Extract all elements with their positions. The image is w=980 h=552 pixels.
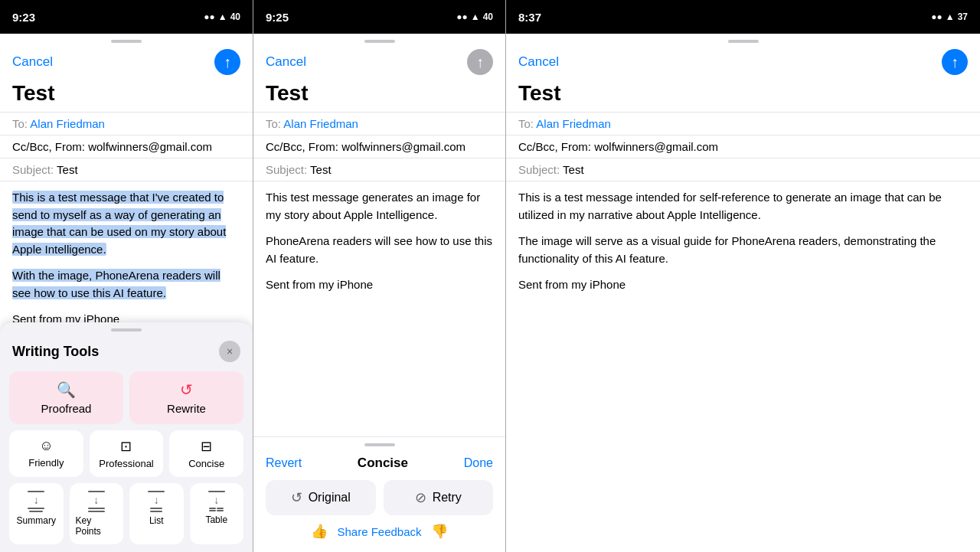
table-button[interactable]: ↓ Table (190, 483, 244, 544)
professional-label: Professional (99, 458, 154, 469)
list-icon: ↓ (148, 491, 165, 512)
time-3: 8:37 (518, 11, 541, 24)
tools-grid-large: 🔍 Proofread ↺ Rewrite (0, 365, 253, 430)
email-container-3: Cancel Test To: Alan Friedman Cc/Bcc, Fr… (506, 34, 980, 552)
proofread-label: Proofread (41, 402, 92, 415)
rewrite-label: Rewrite (167, 402, 206, 415)
status-icons-2: ●● ▲ 40 (456, 11, 493, 22)
screenshot-container: 9:23 ●● ▲ 40 Cancel Test To: Alan Friedm… (0, 0, 980, 552)
body-para-2-3: Sent from my iPhone (266, 276, 493, 294)
to-label-2: To: (266, 117, 281, 130)
subject-value-1[interactable]: Test (57, 163, 78, 176)
close-writing-tools-button[interactable]: × (219, 341, 240, 362)
send-button-3[interactable] (942, 49, 968, 75)
rewrite-button[interactable]: ↺ Rewrite (129, 371, 243, 424)
professional-button[interactable]: ⊡ Professional (90, 430, 164, 477)
send-button-2[interactable] (467, 49, 493, 75)
signal-icon-3: ●● (931, 11, 942, 22)
concise-header: Revert Concise Done (266, 452, 493, 480)
feedback-row: 👍 Share Feedback 👎 (266, 523, 493, 540)
body-para-3-3: Sent from my iPhone (518, 276, 968, 294)
to-value-3[interactable]: Alan Friedman (536, 117, 611, 130)
to-field-2: To: Alan Friedman (253, 112, 505, 135)
drag-handle-2 (364, 40, 395, 43)
tools-row-medium: ☺ Friendly ⊡ Professional ⊟ Concise (0, 430, 253, 483)
email-container-2: Cancel Test To: Alan Friedman Cc/Bcc, Fr… (253, 34, 505, 552)
wifi-icon-1: ▲ (218, 11, 227, 22)
body-para-3-2: The image will serve as a visual guide f… (518, 233, 968, 267)
body-para-3-1: This is a test message intended for self… (518, 189, 968, 224)
revert-button[interactable]: Revert (266, 456, 302, 470)
retry-icon: ⊘ (415, 489, 426, 506)
email-subject-1: Test (0, 81, 253, 112)
cc-field-2: Cc/Bcc, From: wolfwinners@gmail.com (253, 135, 505, 158)
proofread-icon: 🔍 (57, 381, 76, 399)
email-nav-2: Cancel (253, 46, 505, 81)
thumbs-up-icon[interactable]: 👍 (311, 523, 328, 540)
original-button[interactable]: ↺ Original (266, 480, 376, 515)
to-label-3: To: (518, 117, 534, 130)
time-1: 9:23 (12, 11, 35, 24)
summary-icon: ↓ (28, 491, 44, 512)
wifi-icon-3: ▲ (946, 11, 955, 22)
share-feedback-label[interactable]: Share Feedback (337, 525, 421, 538)
cancel-button-1[interactable]: Cancel (12, 54, 53, 70)
drag-handle-3 (728, 40, 759, 43)
drag-handle-1 (111, 40, 142, 43)
cancel-button-2[interactable]: Cancel (266, 54, 306, 70)
cc-field-3: Cc/Bcc, From: wolfwinners@gmail.com (506, 135, 980, 158)
retry-button[interactable]: ⊘ Retry (384, 480, 494, 515)
original-label: Original (309, 491, 351, 505)
email-nav-3: Cancel (506, 46, 980, 81)
done-button[interactable]: Done (464, 456, 493, 470)
rewrite-icon: ↺ (180, 381, 193, 399)
subject-field-1: Subject: Test (0, 158, 253, 181)
key-points-button[interactable]: ↓ Key Points (70, 483, 124, 544)
to-field-3: To: Alan Friedman (506, 112, 980, 135)
status-bar-3: 8:37 ●● ▲ 37 (506, 0, 980, 34)
key-points-label: Key Points (76, 515, 118, 537)
tools-icon-row: ↓ Summary ↓ Key Points (0, 483, 253, 544)
writing-tools-header: Writing Tools × (0, 335, 253, 365)
email-container-1: Cancel Test To: Alan Friedman Cc/Bcc, Fr… (0, 34, 253, 552)
to-value-1[interactable]: Alan Friedman (30, 117, 105, 130)
send-button-1[interactable] (214, 49, 240, 75)
send-icon-1 (224, 54, 231, 71)
subject-field-2: Subject: Test (253, 158, 505, 181)
email-nav-1: Cancel (0, 46, 253, 81)
battery-icon-1: 40 (230, 11, 240, 22)
table-icon: ↓ (208, 491, 225, 511)
to-value-2[interactable]: Alan Friedman (283, 117, 358, 130)
status-icons-1: ●● ▲ 40 (204, 11, 240, 22)
subject-label-2: Subject: (266, 163, 307, 176)
email-body-3[interactable]: This is a test message intended for self… (506, 181, 980, 552)
cc-text-3: Cc/Bcc, From: wolfwinners@gmail.com (518, 140, 718, 153)
subject-value-3[interactable]: Test (563, 163, 584, 176)
concise-title: Concise (358, 456, 408, 471)
summary-button[interactable]: ↓ Summary (9, 483, 64, 544)
concise-icon: ⊟ (201, 438, 212, 455)
thumbs-down-icon[interactable]: 👎 (431, 523, 448, 540)
cancel-button-3[interactable]: Cancel (518, 54, 559, 70)
concise-label: Concise (188, 458, 224, 469)
cc-field-1: Cc/Bcc, From: wolfwinners@gmail.com (0, 135, 253, 158)
proofread-button[interactable]: 🔍 Proofread (9, 371, 123, 424)
close-icon: × (227, 345, 233, 358)
phone-panel-2: 9:25 ●● ▲ 40 Cancel Test To: Alan Friedm… (253, 0, 505, 552)
list-button[interactable]: ↓ List (129, 483, 184, 544)
phone-panel-1: 9:23 ●● ▲ 40 Cancel Test To: Alan Friedm… (0, 0, 253, 552)
writing-tools-title: Writing Tools (12, 344, 99, 360)
battery-icon-3: 37 (958, 11, 968, 22)
subject-label-1: Subject: (12, 163, 54, 176)
concise-panel: Revert Concise Done ↺ Original ⊘ Retry � (253, 436, 505, 552)
body-para-2-1: This test message generates an image for… (266, 189, 493, 224)
send-icon-2 (476, 54, 484, 71)
friendly-button[interactable]: ☺ Friendly (9, 430, 83, 477)
status-bar-1: 9:23 ●● ▲ 40 (0, 0, 253, 34)
concise-button[interactable]: ⊟ Concise (169, 430, 243, 477)
concise-handle (364, 443, 395, 446)
subject-value-2[interactable]: Test (310, 163, 332, 176)
wifi-icon-2: ▲ (471, 11, 480, 22)
summary-label: Summary (17, 515, 56, 526)
email-subject-2: Test (253, 81, 505, 112)
